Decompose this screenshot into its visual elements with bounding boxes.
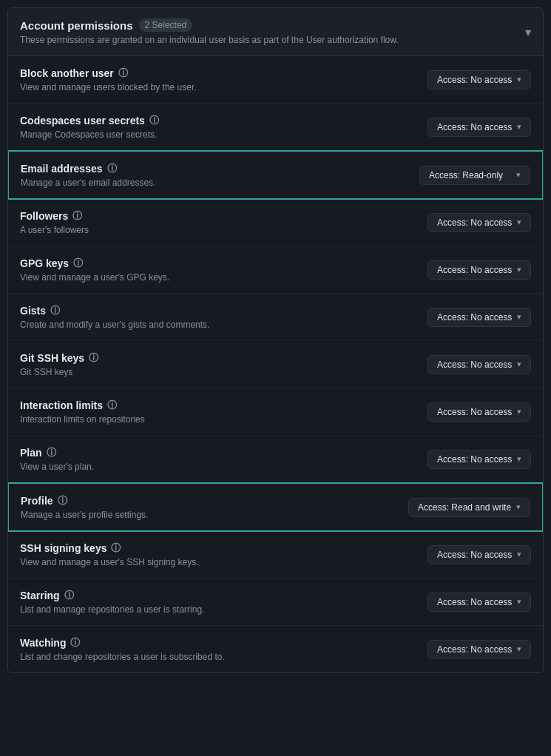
access-button-gists[interactable]: Access: No access▾ — [427, 308, 531, 327]
permission-name-git-ssh-keys: Git SSH keysⓘ — [20, 351, 427, 365]
info-icon-codespaces-user-secrets[interactable]: ⓘ — [149, 114, 159, 127]
access-label-email-addresses: Access: Read-only — [429, 170, 503, 180]
permission-desc-interaction-limits: Interaction limits on repositories — [20, 414, 427, 425]
section-header: Account permissions 2 Selected These per… — [8, 8, 543, 56]
permission-row-codespaces-user-secrets: Codespaces user secretsⓘManage Codespace… — [8, 104, 543, 151]
info-icon-watching[interactable]: ⓘ — [70, 636, 80, 649]
info-icon-profile[interactable]: ⓘ — [58, 494, 67, 507]
access-button-profile[interactable]: Access: Read and write▾ — [408, 498, 530, 517]
dropdown-arrow-followers: ▾ — [517, 217, 521, 227]
permission-desc-watching: List and change repositories a user is s… — [20, 652, 427, 662]
info-icon-followers[interactable]: ⓘ — [72, 209, 82, 223]
permission-name-text-watching: Watching — [20, 637, 66, 649]
section-title: Account permissions — [20, 19, 133, 32]
permission-info-watching: WatchingⓘList and change repositories a … — [20, 636, 427, 662]
info-icon-email-addresses[interactable]: ⓘ — [107, 162, 117, 175]
dropdown-arrow-interaction-limits: ▾ — [517, 407, 521, 416]
access-label-followers: Access: No access — [437, 217, 512, 228]
permission-row-profile: ProfileⓘManage a user's profile settings… — [7, 482, 544, 532]
permission-name-text-gists: Gists — [20, 305, 46, 317]
permission-name-interaction-limits: Interaction limitsⓘ — [20, 399, 427, 412]
permission-name-profile: Profileⓘ — [21, 494, 408, 507]
dropdown-arrow-codespaces-user-secrets: ▾ — [517, 122, 521, 132]
permission-row-gpg-keys: GPG keysⓘView and manage a user's GPG ke… — [8, 246, 543, 294]
account-permissions-section: Account permissions 2 Selected These per… — [7, 7, 544, 673]
permission-desc-profile: Manage a user's profile settings. — [21, 510, 408, 520]
permission-row-plan: PlanⓘView a user's plan.Access: No acces… — [8, 436, 543, 483]
selected-badge: 2 Selected — [139, 18, 193, 32]
access-label-starring: Access: No access — [437, 597, 512, 607]
permissions-list: Block another userⓘView and manage users… — [8, 56, 543, 672]
permission-name-gpg-keys: GPG keysⓘ — [20, 257, 427, 270]
info-icon-interaction-limits[interactable]: ⓘ — [107, 399, 117, 412]
access-label-ssh-signing-keys: Access: No access — [437, 550, 512, 560]
permission-row-ssh-signing-keys: SSH signing keysⓘView and manage a user'… — [8, 531, 543, 578]
dropdown-arrow-git-ssh-keys: ▾ — [517, 360, 521, 369]
permission-name-gists: Gistsⓘ — [20, 304, 427, 317]
access-button-codespaces-user-secrets[interactable]: Access: No access▾ — [427, 118, 531, 137]
permission-info-profile: ProfileⓘManage a user's profile settings… — [21, 494, 408, 520]
permission-info-gists: GistsⓘCreate and modify a user's gists a… — [20, 304, 427, 330]
chevron-down-icon[interactable]: ▾ — [525, 25, 531, 39]
access-button-starring[interactable]: Access: No access▾ — [427, 593, 531, 612]
access-button-interaction-limits[interactable]: Access: No access▾ — [427, 402, 531, 422]
permission-name-text-interaction-limits: Interaction limits — [20, 399, 103, 411]
dropdown-arrow-gpg-keys: ▾ — [517, 265, 521, 274]
access-label-block-another-user: Access: No access — [437, 75, 512, 85]
info-icon-starring[interactable]: ⓘ — [64, 589, 74, 602]
access-label-profile: Access: Read and write — [418, 502, 511, 513]
access-label-gpg-keys: Access: No access — [437, 265, 512, 275]
access-button-plan[interactable]: Access: No access▾ — [427, 450, 531, 469]
access-label-watching: Access: No access — [437, 644, 512, 655]
permission-desc-followers: A user's followers — [20, 225, 427, 235]
permission-info-gpg-keys: GPG keysⓘView and manage a user's GPG ke… — [20, 257, 427, 283]
info-icon-git-ssh-keys[interactable]: ⓘ — [89, 351, 98, 365]
access-label-interaction-limits: Access: No access — [437, 407, 512, 417]
access-button-git-ssh-keys[interactable]: Access: No access▾ — [427, 355, 531, 374]
permission-desc-email-addresses: Manage a user's email addresses. — [21, 178, 419, 188]
info-icon-plan[interactable]: ⓘ — [47, 446, 56, 459]
permission-name-text-codespaces-user-secrets: Codespaces user secrets — [20, 115, 145, 126]
permission-desc-git-ssh-keys: Git SSH keys — [20, 367, 427, 377]
dropdown-arrow-block-another-user: ▾ — [517, 75, 521, 84]
permission-info-block-another-user: Block another userⓘView and manage users… — [20, 67, 427, 92]
access-label-gists: Access: No access — [437, 312, 512, 323]
section-subtitle: These permissions are granted on an indi… — [20, 35, 399, 45]
info-icon-gpg-keys[interactable]: ⓘ — [73, 257, 83, 270]
permission-name-text-email-addresses: Email addresses — [21, 163, 103, 175]
dropdown-arrow-gists: ▾ — [517, 312, 521, 322]
permission-info-codespaces-user-secrets: Codespaces user secretsⓘManage Codespace… — [20, 114, 427, 140]
permission-row-starring: StarringⓘList and manage repositories a … — [8, 578, 543, 626]
permission-name-followers: Followersⓘ — [20, 209, 427, 223]
access-button-watching[interactable]: Access: No access▾ — [427, 640, 531, 659]
permission-name-text-ssh-signing-keys: SSH signing keys — [20, 542, 107, 554]
access-button-email-addresses[interactable]: Access: Read-only▾ — [419, 166, 530, 185]
permission-info-starring: StarringⓘList and manage repositories a … — [20, 589, 427, 615]
access-button-ssh-signing-keys[interactable]: Access: No access▾ — [427, 545, 531, 564]
permission-name-text-followers: Followers — [20, 210, 68, 222]
permission-row-email-addresses: Email addressesⓘManage a user's email ad… — [7, 150, 544, 200]
dropdown-arrow-starring: ▾ — [517, 597, 521, 607]
access-label-plan: Access: No access — [437, 454, 512, 465]
permission-row-git-ssh-keys: Git SSH keysⓘGit SSH keysAccess: No acce… — [8, 341, 543, 388]
access-button-gpg-keys[interactable]: Access: No access▾ — [427, 260, 531, 280]
permission-info-git-ssh-keys: Git SSH keysⓘGit SSH keys — [20, 351, 427, 377]
info-icon-block-another-user[interactable]: ⓘ — [118, 67, 128, 80]
permission-row-block-another-user: Block another userⓘView and manage users… — [8, 56, 543, 104]
access-button-followers[interactable]: Access: No access▾ — [427, 213, 531, 232]
permission-name-text-profile: Profile — [21, 495, 53, 507]
access-button-block-another-user[interactable]: Access: No access▾ — [427, 70, 531, 90]
permission-desc-starring: List and manage repositories a user is s… — [20, 604, 427, 615]
permission-name-codespaces-user-secrets: Codespaces user secretsⓘ — [20, 114, 427, 127]
permission-info-email-addresses: Email addressesⓘManage a user's email ad… — [21, 162, 419, 188]
info-icon-gists[interactable]: ⓘ — [50, 304, 60, 317]
permission-desc-ssh-signing-keys: View and manage a user's SSH signing key… — [20, 557, 427, 567]
permission-name-ssh-signing-keys: SSH signing keysⓘ — [20, 541, 427, 555]
info-icon-ssh-signing-keys[interactable]: ⓘ — [111, 541, 121, 555]
permission-name-watching: Watchingⓘ — [20, 636, 427, 649]
access-label-git-ssh-keys: Access: No access — [437, 360, 512, 370]
permission-name-block-another-user: Block another userⓘ — [20, 67, 427, 80]
permission-name-text-starring: Starring — [20, 590, 60, 601]
permission-name-plan: Planⓘ — [20, 446, 427, 459]
permission-row-watching: WatchingⓘList and change repositories a … — [8, 626, 543, 672]
